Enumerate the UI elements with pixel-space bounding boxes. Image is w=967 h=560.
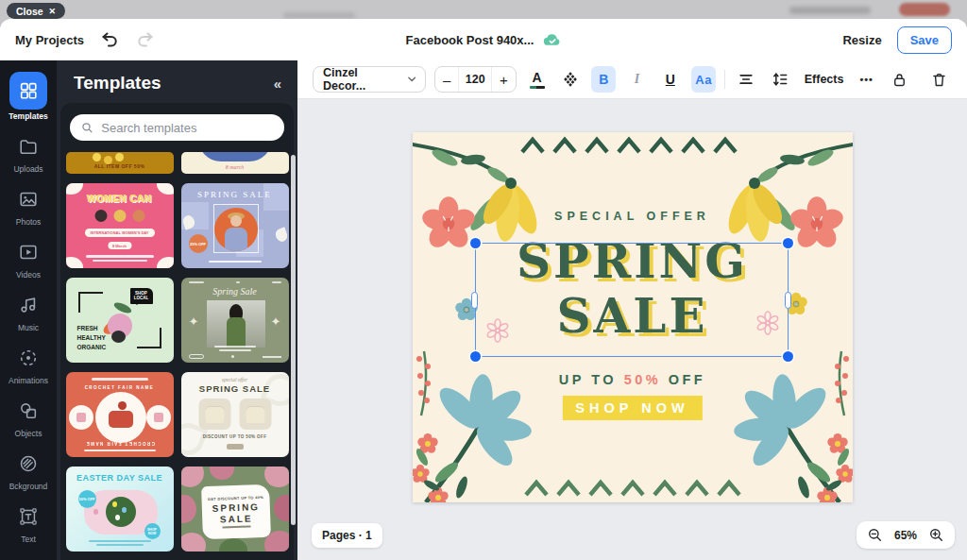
selection-handle-ne[interactable] — [783, 238, 793, 248]
template-thumbnail-easter-day-sale[interactable]: EASTER DAY SALE 50% OFF SHOP NOW — [66, 467, 174, 552]
selection-box[interactable] — [475, 243, 789, 357]
template-thumbnail-autumn[interactable]: ALL ITEM OFF 50% — [66, 152, 174, 174]
template-title: Spring Sale — [181, 286, 289, 297]
panel-title: Templates — [74, 73, 161, 93]
my-projects-link[interactable]: My Projects — [15, 33, 84, 47]
selection-handle-east[interactable] — [785, 292, 791, 309]
template-thumbnail-spring-sale-fashion[interactable]: Spring Sale ✦✦ — [181, 278, 289, 363]
sidebar-item-uploads[interactable]: Uploads — [1, 127, 56, 179]
selection-handle-sw[interactable] — [470, 351, 481, 362]
font-size-value[interactable]: 120 — [458, 67, 492, 92]
video-icon — [18, 242, 39, 263]
template-title-mirrored: CROCHET FAIR NAME — [66, 441, 174, 446]
font-family-value: Cinzel Decor... — [323, 66, 399, 93]
resize-button[interactable]: Resize — [842, 33, 881, 47]
zoom-level-value: 65% — [894, 529, 917, 542]
font-family-select[interactable]: Cinzel Decor... — [313, 66, 426, 93]
search-box[interactable] — [70, 114, 284, 141]
zoom-out-icon — [867, 527, 883, 543]
undo-button[interactable] — [99, 31, 120, 48]
lock-button[interactable] — [886, 66, 912, 93]
close-button[interactable]: Close ✕ — [7, 3, 65, 19]
save-button[interactable]: Save — [897, 26, 952, 54]
background-page — [0, 0, 967, 21]
music-note-icon — [18, 295, 39, 315]
text-align-button[interactable] — [734, 66, 758, 93]
sidebar-item-label: Photos — [16, 217, 41, 227]
template-badge: SHOP LOCAL — [130, 288, 153, 304]
sidebar-item-videos[interactable]: Videos — [1, 232, 56, 285]
template-badge: 50% OFF — [78, 490, 96, 508]
sidebar-item-templates[interactable]: Templates — [1, 68, 56, 127]
template-badge: 25% OFF — [189, 234, 208, 253]
text-color-swatch — [530, 86, 545, 89]
template-title: FRESH HEALTHY ORGANIC — [77, 324, 127, 352]
shop-now-button[interactable]: SHOP NOW — [562, 396, 702, 420]
sidebar-item-music[interactable]: Music — [1, 285, 56, 338]
selection-handle-nw[interactable] — [470, 238, 481, 248]
canvas-eyebrow-text[interactable]: SPECIAL OFFER — [413, 210, 853, 223]
offer-prefix: UP TO — [559, 372, 624, 387]
pages-button[interactable]: Pages · 1 — [312, 523, 382, 548]
font-size-decrease-button[interactable]: – — [435, 67, 458, 92]
zoom-in-button[interactable] — [926, 526, 945, 545]
sidebar-item-background[interactable]: Bckground — [1, 444, 56, 497]
collapse-panel-button[interactable]: « — [274, 76, 280, 92]
template-thumbnail-spring-sale-portrait[interactable]: SPRING SALE 25% OFF — [181, 183, 289, 268]
template-badge: SHOP NOW — [144, 523, 161, 539]
zoom-control: 65% — [857, 521, 955, 549]
text-case-button[interactable]: Aa — [691, 66, 716, 93]
template-thumbnail-fresh-organic[interactable]: SHOP LOCAL FRESH HEALTHY ORGANIC — [66, 278, 174, 363]
more-options-button[interactable]: ••• — [856, 74, 877, 85]
blurred-text — [283, 12, 355, 19]
selection-handle-west[interactable] — [471, 292, 478, 309]
effects-button[interactable]: Effects — [801, 73, 848, 86]
sidebar-item-label: Objects — [15, 429, 42, 438]
underline-button[interactable]: U — [658, 66, 683, 93]
template-caption: 8 march — [181, 164, 289, 170]
templates-panel: Templates « ALL ITEM OFF 50% — [57, 60, 297, 560]
text-frame-icon — [18, 506, 39, 527]
sidebar-item-photos[interactable]: Photos — [1, 179, 56, 232]
font-size-stepper: – 120 + — [434, 66, 516, 93]
texture-fill-button[interactable] — [558, 66, 583, 93]
template-thumbnail-spring-sale-floral[interactable]: GET DISCOUNT UP TO 40% SPRING SALE — [181, 467, 289, 552]
sidebar-item-label: Uploads — [13, 164, 42, 174]
sidebar-item-animations[interactable]: Animations — [1, 338, 56, 391]
editor-stage: Cinzel Decor... – 120 + A — [297, 60, 967, 560]
toolbar-divider — [724, 70, 725, 89]
selection-handle-se[interactable] — [783, 351, 793, 362]
template-thumbnail-crochet-fair[interactable]: CROCHET FAIR NAME CROCHET FAIR NAME — [66, 372, 174, 457]
design-canvas[interactable]: SPECIAL OFFER SPRING SALE UP TO 50% OFF … — [413, 132, 853, 502]
canvas-offer-text[interactable]: UP TO 50% OFF — [413, 372, 853, 387]
lock-icon — [891, 71, 908, 89]
app-bar: My Projects Facebook Post 940x... — [0, 19, 967, 60]
document-title[interactable]: Facebook Post 940x... — [406, 33, 534, 47]
text-color-button[interactable]: A — [525, 66, 550, 93]
sidebar-item-label: Music — [18, 323, 39, 332]
sidebar-item-brand-kits[interactable]: Brand Kits — [1, 550, 56, 560]
font-size-increase-button[interactable]: + — [492, 67, 515, 92]
panel-scrollbar[interactable] — [291, 155, 296, 525]
bold-button[interactable]: B — [591, 66, 616, 93]
redo-button[interactable] — [135, 31, 156, 48]
template-title: SPRING SALE — [181, 383, 289, 394]
sidebar-item-text[interactable]: Text — [1, 497, 56, 550]
sidebar: Templates Uploads Photos — [0, 60, 57, 560]
delete-button[interactable] — [925, 66, 952, 93]
close-icon: ✕ — [49, 7, 57, 16]
template-title: EASTER DAY SALE — [66, 473, 174, 483]
templates-grid-icon — [18, 80, 39, 101]
template-thumbnail-women-can[interactable]: WOMEN CAN INTERNATIONAL WOMEN'S DAY 8 Ma… — [66, 183, 174, 268]
template-script: special offer — [181, 377, 289, 382]
template-thumbnail-8-march[interactable]: 8 march — [181, 152, 289, 174]
italic-button[interactable]: I — [624, 66, 649, 93]
template-thumbnail-spring-sale-knitwear[interactable]: special offer SPRING SALE DISCOUNT UP TO… — [181, 372, 289, 457]
line-spacing-button[interactable] — [767, 66, 791, 93]
zoom-out-button[interactable] — [866, 526, 885, 545]
search-icon — [80, 120, 93, 135]
background-texture-icon — [18, 453, 39, 474]
search-input[interactable] — [101, 121, 274, 135]
sidebar-item-label: Text — [21, 535, 36, 544]
sidebar-item-objects[interactable]: Objects — [1, 391, 56, 444]
